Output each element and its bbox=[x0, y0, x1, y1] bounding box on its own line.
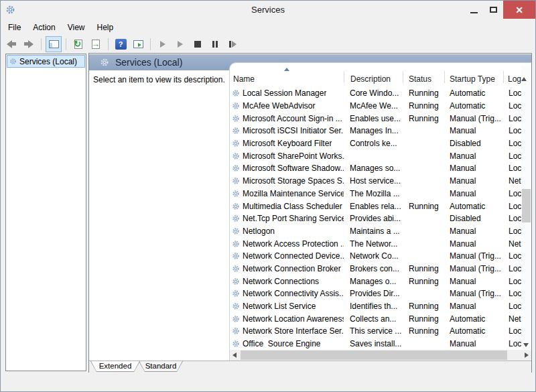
show-action-pane-button[interactable] bbox=[130, 36, 146, 52]
service-row[interactable]: Office Source Engine Saves install... Ma… bbox=[230, 338, 521, 350]
scroll-left-icon[interactable] bbox=[232, 352, 237, 358]
service-row[interactable]: Microsoft Software Shadow... Manages so.… bbox=[230, 162, 521, 175]
scroll-up-icon[interactable] bbox=[521, 66, 527, 81]
start-service-button[interactable] bbox=[155, 36, 171, 52]
back-button[interactable] bbox=[3, 36, 19, 52]
service-description: Manages In... bbox=[344, 126, 403, 135]
close-button[interactable]: ✕ bbox=[503, 1, 535, 19]
service-row[interactable]: Network Connection Broker Brokers con...… bbox=[230, 263, 521, 275]
service-row[interactable]: Local Session Manager Core Windo... Runn… bbox=[230, 87, 521, 100]
service-gear-icon bbox=[232, 340, 240, 348]
service-gear-icon bbox=[232, 227, 240, 235]
menu-view[interactable]: View bbox=[62, 21, 91, 35]
column-separator[interactable] bbox=[344, 71, 344, 83]
column-separator[interactable] bbox=[403, 71, 403, 83]
tree-item-label: Services (Local) bbox=[19, 57, 77, 66]
console-tree-icon bbox=[49, 40, 59, 48]
service-description: Core Windo... bbox=[344, 88, 403, 98]
minimize-icon bbox=[470, 12, 478, 13]
service-row[interactable]: Network List Service Identifies th... Ru… bbox=[230, 300, 521, 313]
menu-file[interactable]: File bbox=[2, 21, 27, 35]
service-startup-type: Automatic bbox=[444, 314, 503, 324]
column-header-status[interactable]: Status bbox=[409, 74, 431, 84]
service-status: Running bbox=[403, 101, 444, 111]
service-name: Microsoft SharePoint Works... bbox=[243, 151, 344, 161]
minimize-button[interactable] bbox=[464, 1, 484, 19]
column-header-description[interactable]: Description bbox=[350, 74, 391, 84]
service-gear-icon bbox=[232, 190, 240, 198]
service-log-on-as: Loc bbox=[503, 202, 521, 211]
service-row[interactable]: Microsoft Account Sign-in ... Enables us… bbox=[230, 112, 521, 125]
service-row[interactable]: Microsoft Keyboard Filter Controls ke...… bbox=[230, 137, 521, 150]
service-log-on-as: Loc bbox=[503, 214, 521, 223]
column-header-startup-type[interactable]: Startup Type bbox=[450, 74, 495, 84]
service-row[interactable]: Microsoft iSCSI Initiator Ser... Manages… bbox=[230, 125, 521, 137]
column-header-log-on-as[interactable]: Log bbox=[508, 74, 521, 84]
tree-item-services-local[interactable]: Services (Local) bbox=[7, 55, 85, 68]
service-startup-type: Automatic bbox=[444, 101, 503, 111]
service-description: This service ... bbox=[344, 326, 403, 336]
service-row[interactable]: Network Connectivity Assis... Provides D… bbox=[230, 287, 521, 300]
column-header-name[interactable]: Name bbox=[233, 74, 255, 84]
resume-service-button[interactable] bbox=[172, 36, 188, 52]
service-row[interactable]: McAfee WebAdvisor McAfee We... Running A… bbox=[230, 100, 521, 113]
service-description: Provides Dir... bbox=[344, 289, 403, 298]
service-log-on-as: Loc bbox=[503, 226, 521, 236]
service-row[interactable]: Network Store Interface Ser... This serv… bbox=[230, 325, 521, 338]
service-row[interactable]: Net.Tcp Port Sharing Service Provides ab… bbox=[230, 212, 521, 225]
vertical-scrollbar[interactable] bbox=[521, 66, 531, 350]
scroll-right-icon[interactable] bbox=[525, 352, 529, 358]
stop-service-button[interactable] bbox=[190, 36, 206, 52]
toolbar-separator bbox=[41, 38, 42, 50]
list-header: Name Description Status Startup Type Log bbox=[230, 63, 521, 87]
service-name: Microsoft iSCSI Initiator Ser... bbox=[243, 126, 344, 135]
service-row[interactable]: Mozilla Maintenance Service The Mozilla … bbox=[230, 188, 521, 200]
service-row[interactable]: Microsoft Storage Spaces S... Host servi… bbox=[230, 175, 521, 188]
menu-action[interactable]: Action bbox=[27, 21, 61, 35]
view-tab-strip: Extended Standard bbox=[89, 361, 531, 373]
service-name: Network Connectivity Assis... bbox=[243, 289, 344, 298]
service-row[interactable]: Netlogon Maintains a ... Manual Loc bbox=[230, 225, 521, 238]
horizontal-scrollbar[interactable] bbox=[230, 350, 531, 361]
service-description: The Networ... bbox=[344, 239, 403, 249]
tab-extended[interactable]: Extended bbox=[90, 361, 140, 372]
help-button[interactable]: ? bbox=[113, 36, 129, 52]
service-log-on-as: Loc bbox=[503, 114, 521, 123]
export-list-icon: → bbox=[92, 40, 100, 49]
service-row[interactable]: Network Location Awareness Collects an..… bbox=[230, 312, 521, 325]
tab-standard[interactable]: Standard bbox=[139, 361, 183, 372]
maximize-button[interactable] bbox=[484, 1, 503, 19]
service-row[interactable]: Multimedia Class Scheduler Enables rela.… bbox=[230, 200, 521, 212]
service-gear-icon bbox=[232, 240, 240, 248]
service-startup-type: Manual bbox=[444, 302, 503, 311]
service-row[interactable]: Network Access Protection ... The Networ… bbox=[230, 237, 521, 250]
service-name: Microsoft Account Sign-in ... bbox=[243, 114, 342, 123]
service-status: Running bbox=[403, 264, 444, 273]
restart-service-button[interactable] bbox=[224, 36, 241, 52]
export-list-button[interactable]: → bbox=[88, 36, 104, 52]
service-gear-icon bbox=[232, 252, 240, 260]
service-name: Microsoft Storage Spaces S... bbox=[243, 176, 344, 186]
horizontal-scroll-thumb[interactable] bbox=[241, 350, 507, 360]
service-name: McAfee WebAdvisor bbox=[243, 101, 316, 111]
gear-icon bbox=[100, 58, 109, 67]
play-icon bbox=[178, 41, 183, 48]
refresh-button[interactable]: ↻ bbox=[70, 36, 86, 52]
service-row[interactable]: Network Connected Device... Network Co..… bbox=[230, 250, 521, 263]
pause-service-button[interactable] bbox=[207, 36, 223, 52]
vertical-scroll-thumb[interactable] bbox=[522, 189, 531, 222]
forward-button[interactable] bbox=[21, 36, 37, 52]
show-console-tree-button[interactable] bbox=[46, 36, 62, 52]
help-icon: ? bbox=[115, 39, 127, 50]
service-row[interactable]: Microsoft SharePoint Works... Manual Loc bbox=[230, 149, 521, 162]
scroll-down-icon[interactable] bbox=[523, 343, 529, 347]
column-separator[interactable] bbox=[444, 71, 445, 83]
service-row[interactable]: Network Connections Manages o... Running… bbox=[230, 275, 521, 287]
column-separator[interactable] bbox=[503, 71, 504, 83]
service-status: Running bbox=[403, 114, 444, 123]
service-log-on-as: Loc bbox=[503, 264, 521, 273]
back-arrow-icon bbox=[7, 40, 16, 48]
service-startup-type: Disabled bbox=[444, 214, 503, 223]
menu-help[interactable]: Help bbox=[91, 21, 120, 35]
service-name: Network List Service bbox=[243, 302, 316, 311]
